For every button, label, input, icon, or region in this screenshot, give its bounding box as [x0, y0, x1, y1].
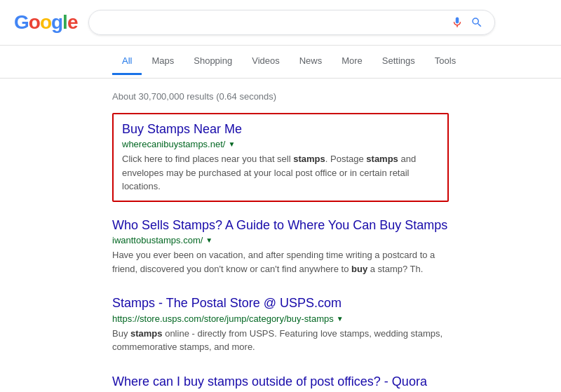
search-result-4: Where can I buy stamps outside of post o… — [112, 374, 449, 392]
search-button[interactable] — [471, 16, 483, 29]
result-title-4[interactable]: Where can I buy stamps outside of post o… — [112, 374, 449, 390]
search-bar[interactable]: where can i buy stamps — [88, 10, 495, 35]
result-title-3[interactable]: Stamps - The Postal Store @ USPS.com — [112, 295, 449, 311]
search-result-3: Stamps - The Postal Store @ USPS.com htt… — [112, 295, 449, 353]
results-area: About 30,700,000 results (0.64 seconds) … — [0, 79, 561, 392]
result-snippet-1: Click here to find places near you that … — [122, 152, 439, 194]
tab-maps[interactable]: Maps — [142, 48, 184, 75]
results-count: About 30,700,000 results (0.64 seconds) — [112, 84, 449, 113]
tab-more[interactable]: More — [332, 48, 372, 75]
tab-all[interactable]: All — [112, 48, 142, 75]
result-snippet-2: Have you ever been on vacation, and afte… — [112, 248, 449, 276]
result-url-3: https://store.usps.com/store/jump/catego… — [112, 313, 449, 324]
google-logo: Google — [14, 11, 77, 34]
tab-news[interactable]: News — [290, 48, 332, 75]
search-input[interactable]: where can i buy stamps — [100, 17, 444, 29]
search-result-1: Buy Stamps Near Me wherecanibuystamps.ne… — [112, 113, 449, 202]
header: Google where can i buy stamps — [0, 0, 561, 46]
tab-videos[interactable]: Videos — [242, 48, 290, 75]
result-url-1: wherecanibuystamps.net/ ▼ — [122, 139, 439, 149]
result-title-2[interactable]: Who Sells Stamps? A Guide to Where You C… — [112, 217, 449, 234]
tab-shopping[interactable]: Shopping — [184, 48, 242, 75]
result-snippet-3: Buy stamps online - directly from USPS. … — [112, 327, 449, 354]
result-title-1[interactable]: Buy Stamps Near Me — [122, 121, 439, 137]
result-url-2: iwanttobustamps.com/ ▼ — [112, 235, 449, 245]
url-dropdown-1[interactable]: ▼ — [228, 140, 235, 148]
search-result-2: Who Sells Stamps? A Guide to Where You C… — [112, 217, 449, 276]
url-dropdown-2[interactable]: ▼ — [205, 236, 212, 244]
mic-icon[interactable] — [451, 16, 464, 29]
nav-tabs: All Maps Shopping Videos News More Setti… — [0, 46, 561, 79]
url-dropdown-3[interactable]: ▼ — [337, 315, 344, 323]
tab-settings[interactable]: Settings — [372, 48, 425, 75]
tab-tools[interactable]: Tools — [425, 48, 466, 75]
